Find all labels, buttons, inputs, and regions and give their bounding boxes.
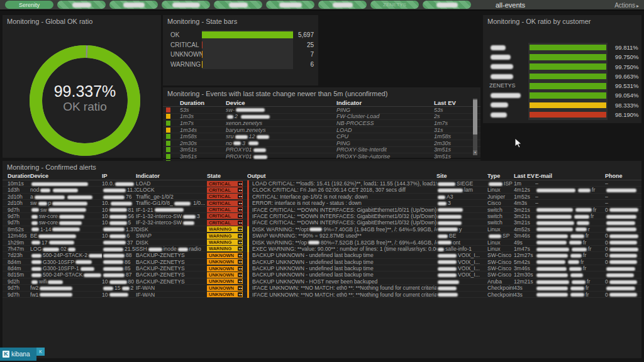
table-row[interactable]: 7d23h500-24P-STACK-288BACKUP-ZENETYSUNKN… <box>3 252 641 258</box>
table-row[interactable]: 9d7hfw110IF-WANUNKNOWN◄◄IFACE UNKNOWN: *… <box>3 292 641 298</box>
state-badge: CRITICAL◄◄ <box>207 213 243 219</box>
confirmed-table-header: DurationDeviceIPIndicatorStateOutputSite… <box>3 172 641 180</box>
acknowledge-icon[interactable]: ◄◄ <box>238 292 242 297</box>
redacted-text <box>68 248 75 251</box>
table-row[interactable]: 8d4mG300-10SFP-185BACKUP-ZENETYSUNKNOWN◄… <box>3 265 641 272</box>
state-cell: CRITICAL◄◄ <box>207 200 247 206</box>
nav-tab[interactable] <box>266 1 314 9</box>
table-row[interactable]: 1d3hnod11.37CLOCKCRITICAL◄◄CLOCK CRITICA… <box>3 187 641 193</box>
acknowledge-icon[interactable]: ◄◄ <box>238 201 242 206</box>
scrollbar-thumb[interactable] <box>473 100 477 134</box>
column-header: Output <box>247 173 436 179</box>
type-cell: SP <box>487 233 514 239</box>
acknowledge-icon[interactable]: ◄◄ <box>238 279 242 283</box>
ip-cell: 11.37 <box>102 187 136 193</box>
table-row[interactable]: 2d10hswp10.Traffic-Gi1/0/8_ 1/0...CRITIC… <box>3 200 641 206</box>
acknowledge-icon[interactable]: ◄◄ <box>238 221 242 225</box>
table-row[interactable]: 1m7sxenon.zenetysNB-PROCESS1m7s <box>163 120 480 127</box>
table-row[interactable]: 1m3s2 FW-Cluster-Load2s <box>163 114 480 121</box>
column-header: E-mail <box>535 173 605 179</box>
acknowledge-icon[interactable]: ◄◄ <box>238 260 242 264</box>
acknowledge-icon[interactable]: ◄◄ <box>238 240 242 244</box>
customer-value: 99.663% <box>615 72 640 81</box>
acknowledge-icon[interactable]: ◄◄ <box>238 253 242 258</box>
phone-cell: – <box>605 194 641 200</box>
acknowledge-icon[interactable]: ◄◄ <box>238 266 242 271</box>
last-ev-cell: 5m42s <box>514 259 535 265</box>
nav-tab[interactable] <box>109 1 158 9</box>
site-cell <box>436 213 487 219</box>
table-row[interactable]: 8m52s1-141.37DISKWARNING◄◄DISK WARNING: … <box>3 226 641 233</box>
acknowledge-icon[interactable]: ◄◄ <box>238 227 242 231</box>
device-cell: nod <box>30 187 102 193</box>
table-row[interactable]: 1h29m1737DISKWARNING◄◄DISK WARNING: **/o… <box>3 239 641 246</box>
acknowledge-icon[interactable]: ◄◄ <box>238 188 242 192</box>
email-cell: fr <box>535 265 605 272</box>
state-label: CRITICAL <box>209 200 231 206</box>
output-cell: BACKUP UNKNOWN - undefined last backup t… <box>247 259 436 265</box>
scroll-down-icon[interactable]: ▼ <box>473 150 477 155</box>
last-ev-cell: 4m3s <box>514 200 535 206</box>
acknowledge-icon[interactable]: ◄◄ <box>238 194 242 199</box>
state-color-strip <box>166 154 170 159</box>
redacted-text <box>52 228 80 231</box>
table-row[interactable]: 9d7hsw1081IF-1-21CRITICAL◄◄IFACE CRITICA… <box>3 207 641 213</box>
kibana-collapse-button[interactable]: K <box>36 348 45 356</box>
table-row[interactable]: 2d10ha76Traffic_ge-1/0/2CRITICAL◄◄CRITIC… <box>3 194 641 200</box>
redacted-text <box>183 221 194 225</box>
table-row[interactable]: 8d4mG300-10SFP86BACKUP-ZENETYSUNKNOWN◄◄B… <box>3 259 641 265</box>
nav-tab[interactable]: Serenity <box>5 1 53 9</box>
customer-label <box>489 43 527 52</box>
email-cell: – <box>535 200 605 206</box>
acknowledge-icon[interactable]: ◄◄ <box>238 234 242 238</box>
table-row[interactable]: 1m34sbaryum.zenetysLOAD31s <box>163 127 480 134</box>
table-row[interactable]: 3m51sPROXY01PROXY-Site-Interdit3m51s <box>163 147 480 154</box>
dashboard-title: all-events <box>496 1 525 9</box>
customer-bar <box>530 92 606 99</box>
redacted-text <box>606 189 636 192</box>
table-row[interactable]: 9d7hsw-core105IF-2-32-interco-SWCRITICAL… <box>3 219 641 226</box>
table-row[interactable]: 3m51sPROXY01PROXY-Site-Autorise3m51s <box>163 153 480 160</box>
type-cell: Checkpoint <box>487 285 514 291</box>
email-cell: – <box>535 180 605 187</box>
table-row[interactable]: 9d2hwifi1080BACKUP-ZENETYSUNKNOWN◄◄BACKU… <box>3 278 641 285</box>
site-cell: salle-info-1 <box>436 246 487 252</box>
panel-confirmed-alerts: Monitoring - Confirmed alerts DurationDe… <box>3 161 641 358</box>
acknowledge-icon[interactable]: ◄◄ <box>238 207 242 212</box>
redacted-text <box>609 280 637 284</box>
state-badge: UNKNOWN◄◄ <box>207 272 243 278</box>
acknowledge-icon[interactable]: ◄◄ <box>238 182 242 186</box>
table-row[interactable]: 53ssw-PING53s <box>163 107 480 114</box>
device-cell: a <box>30 194 102 200</box>
site-cell: BE <box>436 233 487 239</box>
nav-tab[interactable] <box>214 1 262 9</box>
nav-tab[interactable] <box>162 1 210 9</box>
acknowledge-icon[interactable]: ◄◄ <box>238 286 242 290</box>
email-cell: fr <box>535 259 605 265</box>
redacted-text <box>155 208 184 212</box>
table-row[interactable]: 2m30sno3 PING2m30s <box>163 140 480 147</box>
state-label: UNKNOWN <box>209 278 234 284</box>
table-row[interactable]: 9d7hsw-core1056IF-1-32-interco-SW3CRITIC… <box>3 213 641 219</box>
state-cell: UNKNOWN◄◄ <box>207 272 247 278</box>
table-row[interactable]: 7h47mLOG0221.58SSHinoderadioWARNING◄◄EXE… <box>3 246 641 252</box>
acknowledge-icon[interactable]: ◄◄ <box>238 214 242 218</box>
table-row[interactable]: 10m1s10.0.LOADCRITICAL◄◄LOAD CRITICAL: *… <box>3 180 641 187</box>
redacted-text <box>174 202 191 206</box>
table-row[interactable]: 8d15m500-24P-STACK87BACKUP-ZENETYSUNKNOW… <box>3 272 641 278</box>
table-row[interactable]: 1m58ssru12CPU1m58s <box>163 133 480 140</box>
nav-tab[interactable] <box>57 1 106 9</box>
redacted-text <box>59 215 84 219</box>
kibana-logo[interactable]: K kibana <box>0 348 36 361</box>
duration-cell: 8d4m <box>8 265 30 272</box>
redacted-text <box>72 3 91 8</box>
nav-tab[interactable] <box>318 1 367 9</box>
nav-tab[interactable] <box>423 1 471 9</box>
acknowledge-icon[interactable]: ◄◄ <box>238 273 242 277</box>
table-row[interactable]: 9d7hfw2152IF-WANUNKNOWN◄◄IFACE UNKNOWN: … <box>3 285 641 291</box>
nav-tab[interactable]: ZENETYS <box>370 1 419 9</box>
unconfirmed-scrollbar[interactable]: ▲ ▼ <box>473 99 477 155</box>
table-row[interactable]: 12m46sBE106SWAPWARNING◄◄SWAP WARNING: **… <box>3 233 641 239</box>
actions-menu[interactable]: Actions▸ <box>614 2 639 9</box>
acknowledge-icon[interactable]: ◄◄ <box>238 246 242 251</box>
